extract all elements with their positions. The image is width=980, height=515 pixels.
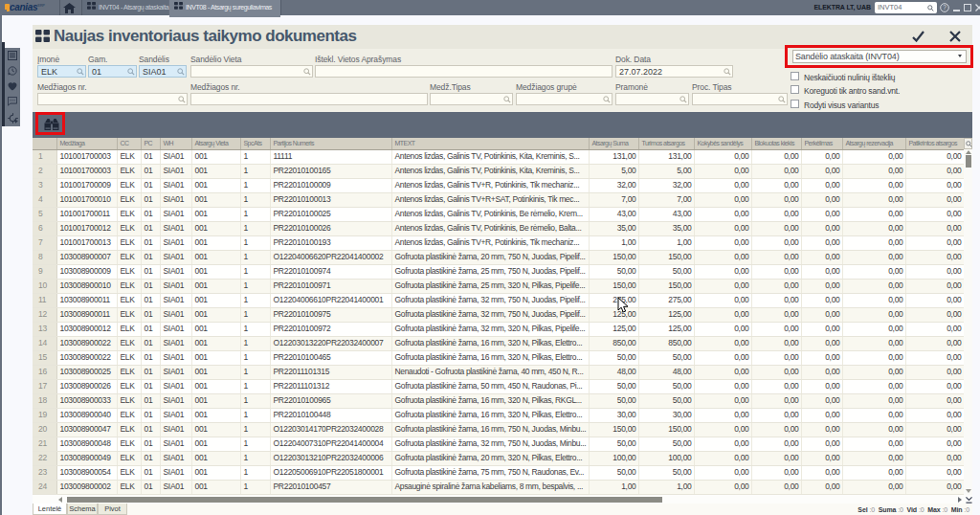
svg-text:?: ?	[943, 4, 947, 11]
